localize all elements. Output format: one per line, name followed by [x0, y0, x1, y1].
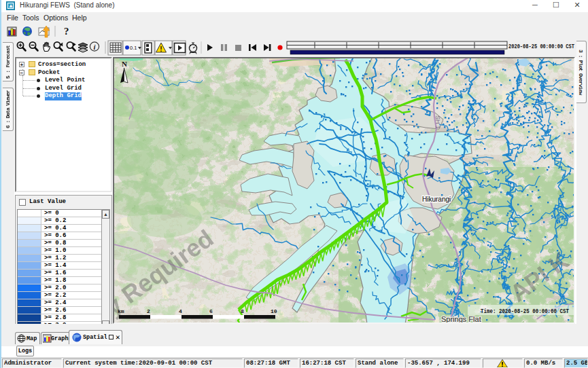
- svg-text:2: 2: [147, 308, 150, 314]
- svg-text:0.1: 0.1: [130, 45, 137, 51]
- svg-text:2020-08-25 00:00:00 CST: 2020-08-25 00:00:00 CST: [508, 43, 574, 50]
- svg-text:Hikurangi: Hikurangi: [422, 196, 451, 203]
- svg-text:N: N: [122, 60, 127, 68]
- svg-text:Springs Flat: Springs Flat: [441, 315, 481, 323]
- svg-text:Time: 2020-08-25 00:00:00 CST: Time: 2020-08-25 00:00:00 CST: [481, 308, 569, 315]
- svg-text:10: 10: [271, 308, 277, 314]
- svg-text:SH 1: SH 1: [434, 115, 441, 129]
- svg-text:4: 4: [179, 308, 182, 314]
- svg-text:8: 8: [241, 308, 244, 314]
- svg-text:?: ?: [64, 26, 69, 37]
- svg-text:!: !: [160, 45, 162, 53]
- svg-text:6: 6: [209, 308, 213, 314]
- svg-text:i: i: [93, 43, 96, 51]
- svg-text:km: km: [118, 308, 124, 314]
